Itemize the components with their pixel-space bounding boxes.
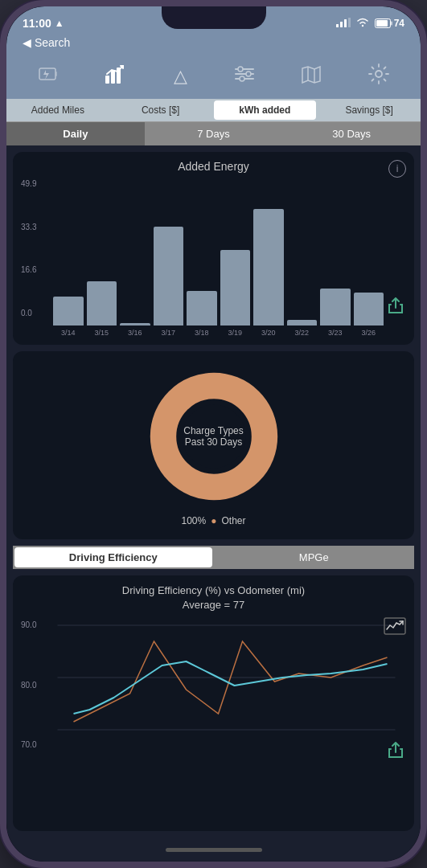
bar	[120, 323, 150, 326]
bar-chart-title: Added Energy	[21, 160, 406, 173]
nav-map-icon[interactable]	[302, 66, 321, 88]
battery-display: 74	[375, 18, 404, 29]
efficiency-y-bottom: 70.0	[21, 740, 48, 749]
metric-tab-added-miles[interactable]: Added Miles	[6, 99, 109, 121]
efficiency-tab-mpge[interactable]: MPGe	[214, 546, 415, 569]
donut-dot-icon: ●	[211, 515, 216, 526]
bar-col: 3/23	[320, 289, 351, 337]
phone-inner: 11:00 ▲	[6, 6, 421, 862]
bar-chart-section: Added Energy i 49.9 33.3 16.6 0.0 3/143/…	[13, 152, 414, 345]
period-tab-7days[interactable]: 7 Days	[145, 122, 283, 145]
metric-tab-savings[interactable]: Savings [$]	[318, 99, 421, 121]
bar-date-label: 3/15	[94, 329, 109, 337]
status-right: 74	[336, 16, 404, 30]
period-tabs: Daily 7 Days 30 Days	[6, 122, 421, 145]
period-tab-30days[interactable]: 30 Days	[282, 122, 421, 145]
bar	[287, 320, 318, 326]
bar	[253, 209, 284, 326]
bar	[87, 281, 117, 326]
bar-col: 3/26	[354, 293, 384, 337]
home-indicator	[6, 837, 421, 862]
bar	[53, 297, 84, 326]
bar-date-label: 3/18	[195, 329, 209, 337]
bar	[154, 227, 184, 326]
bar-col: 3/19	[220, 250, 251, 337]
nav-tabs: △	[6, 57, 421, 99]
y-label-top: 49.9	[21, 179, 47, 188]
bar-col: 3/20	[253, 209, 284, 337]
y-label-mid1: 33.3	[21, 223, 47, 231]
donut-chart-section: Charge Types Past 30 Days 100% ● Other	[13, 351, 414, 539]
bar-col: 3/16	[120, 323, 150, 337]
chart-toggle-icon[interactable]	[384, 617, 406, 638]
time-display: 11:00	[23, 17, 51, 30]
bar-date-label: 3/16	[128, 329, 142, 337]
bar	[354, 293, 384, 326]
bar-date-label: 3/26	[361, 329, 376, 337]
metric-tabs: Added Miles Costs [$] kWh added Savings …	[6, 99, 421, 122]
bar-col: 3/22	[287, 320, 318, 337]
bar	[320, 289, 351, 326]
metric-tab-costs[interactable]: Costs [$]	[109, 99, 212, 121]
donut-label: Other	[221, 515, 245, 526]
wifi-icon	[355, 16, 370, 30]
notch	[162, 6, 266, 29]
home-bar	[166, 848, 262, 852]
svg-rect-2	[344, 19, 347, 27]
svg-point-16	[246, 72, 251, 76]
line-chart-svg	[50, 617, 403, 746]
svg-rect-0	[336, 24, 339, 27]
efficiency-tab-driving[interactable]: Driving Efficiency	[14, 547, 212, 567]
bar-col: 3/18	[187, 291, 217, 338]
bar-date-label: 3/19	[228, 329, 242, 337]
donut-chart: Charge Types Past 30 Days	[142, 364, 286, 509]
bar-chart: 3/143/153/163/173/183/193/203/223/233/26	[50, 200, 387, 337]
phone-frame: 11:00 ▲	[0, 0, 427, 868]
share-button-chart[interactable]	[388, 297, 403, 317]
bar	[220, 250, 251, 326]
svg-rect-3	[348, 18, 351, 27]
line-chart-area: 90.0 80.0 70.0	[21, 617, 406, 762]
svg-rect-10	[105, 76, 109, 84]
nav-triangle-icon[interactable]: △	[174, 66, 187, 87]
efficiency-y-top: 90.0	[21, 620, 48, 629]
efficiency-chart-title: Driving Efficiency (%) vs Odometer (mi) …	[21, 583, 406, 612]
nav-sliders-icon[interactable]	[234, 66, 255, 87]
svg-point-18	[240, 76, 244, 81]
svg-point-21	[376, 71, 382, 77]
bar-chart-area: 49.9 33.3 16.6 0.0 3/143/153/163/173/183…	[21, 176, 406, 337]
efficiency-tabs: Driving Efficiency MPGe	[13, 546, 414, 569]
bar-date-label: 3/17	[161, 329, 175, 337]
bar-date-label: 3/22	[294, 329, 309, 337]
period-tab-daily[interactable]: Daily	[6, 122, 145, 145]
svg-rect-11	[111, 71, 115, 84]
bar-date-label: 3/14	[61, 329, 76, 337]
nav-barchart-icon[interactable]	[104, 64, 126, 89]
bar-col: 3/14	[53, 297, 84, 337]
signal-icon	[336, 17, 351, 30]
bar	[187, 291, 217, 326]
y-label-bottom: 0.0	[21, 309, 47, 317]
location-arrow-icon: ▲	[55, 18, 64, 29]
search-bar: ◀ Search	[6, 35, 421, 57]
svg-rect-1	[340, 22, 343, 27]
nav-charge-icon[interactable]	[38, 67, 57, 87]
metric-tab-kwh[interactable]: kWh added	[214, 100, 317, 120]
nav-settings-icon[interactable]	[368, 63, 389, 89]
info-button[interactable]: i	[388, 160, 406, 178]
svg-point-14	[238, 67, 243, 72]
svg-point-4	[361, 25, 363, 27]
bar-date-label: 3/23	[328, 329, 343, 337]
bar-col: 3/15	[87, 281, 117, 337]
donut-pct: 100%	[182, 515, 207, 526]
bar-date-label: 3/20	[261, 329, 276, 337]
back-button[interactable]: ◀ Search	[23, 36, 70, 49]
donut-center-text: Charge Types Past 30 Days	[183, 425, 244, 448]
content-area: Added Energy i 49.9 33.3 16.6 0.0 3/143/…	[6, 145, 421, 837]
svg-rect-6	[391, 21, 392, 25]
efficiency-chart-section: Driving Efficiency (%) vs Odometer (mi) …	[13, 575, 414, 831]
bar-col: 3/17	[154, 227, 184, 337]
donut-center-line1: Charge Types	[183, 425, 244, 436]
donut-center-line2: Past 30 Days	[185, 436, 242, 448]
share-button-efficiency[interactable]	[388, 742, 403, 762]
